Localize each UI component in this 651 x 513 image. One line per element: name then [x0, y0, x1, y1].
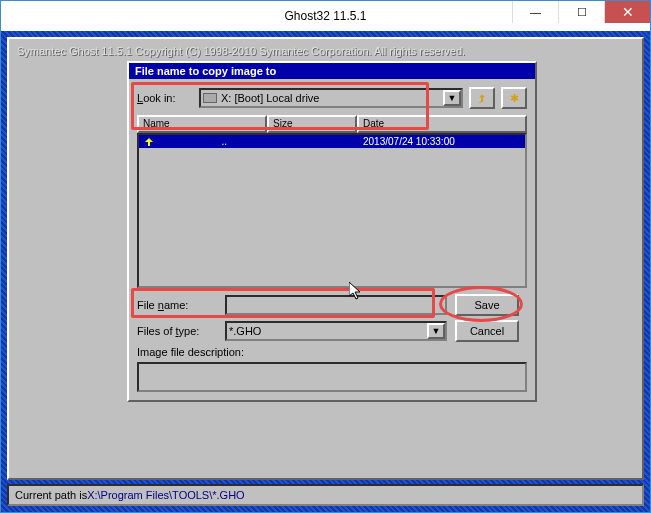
save-button[interactable]: Save	[455, 294, 519, 316]
drive-icon	[203, 93, 217, 103]
close-button[interactable]: ✕	[604, 1, 650, 23]
filename-label: File name:	[137, 299, 217, 311]
dialog-title: File name to copy image to	[129, 63, 535, 79]
lookin-label: Look in:	[137, 92, 193, 104]
client-area: Symantec Ghost 11.5.1 Copyright (C) 1998…	[1, 31, 650, 512]
up-folder-button[interactable]: ⮭	[469, 87, 495, 109]
col-name[interactable]: Name	[137, 115, 267, 133]
maximize-button[interactable]: ☐	[558, 1, 604, 23]
chevron-down-icon[interactable]: ▼	[443, 90, 461, 106]
save-dialog: File name to copy image to Look in: X: […	[127, 61, 537, 402]
cancel-button[interactable]: Cancel	[455, 320, 519, 342]
new-folder-button[interactable]: ✱	[501, 87, 527, 109]
window-controls: — ☐ ✕	[512, 1, 650, 23]
description-box	[137, 362, 527, 392]
app-window: Ghost32 11.5.1 — ☐ ✕ Symantec Ghost 11.5…	[0, 0, 651, 513]
lookin-value: X: [Boot] Local drive	[221, 92, 319, 104]
filename-input[interactable]	[225, 295, 447, 315]
minimize-button[interactable]: —	[512, 1, 558, 23]
copyright-text: Symantec Ghost 11.5.1 Copyright (C) 1998…	[13, 43, 638, 63]
titlebar: Ghost32 11.5.1 — ☐ ✕	[1, 1, 650, 31]
col-date[interactable]: Date	[357, 115, 527, 133]
description-label: Image file description:	[137, 346, 527, 358]
chevron-down-icon[interactable]: ▼	[427, 323, 445, 339]
filetype-label: Files of type:	[137, 325, 217, 337]
up-arrow-icon	[143, 138, 217, 146]
filetype-combo[interactable]: *.GHO▼	[225, 321, 447, 341]
status-path: X:\Program Files\TOOLS\*.GHO	[87, 489, 245, 501]
list-item[interactable]: .. 2013/07/24 10:33:00	[139, 135, 525, 148]
lookin-combo[interactable]: X: [Boot] Local drive ▼	[199, 88, 463, 108]
ghost-panel: Symantec Ghost 11.5.1 Copyright (C) 1998…	[7, 37, 644, 480]
col-size[interactable]: Size	[267, 115, 357, 133]
file-list[interactable]: .. 2013/07/24 10:33:00	[137, 133, 527, 288]
status-bar: Current path is X:\Program Files\TOOLS\*…	[7, 484, 644, 506]
file-list-header: Name Size Date	[137, 115, 527, 133]
